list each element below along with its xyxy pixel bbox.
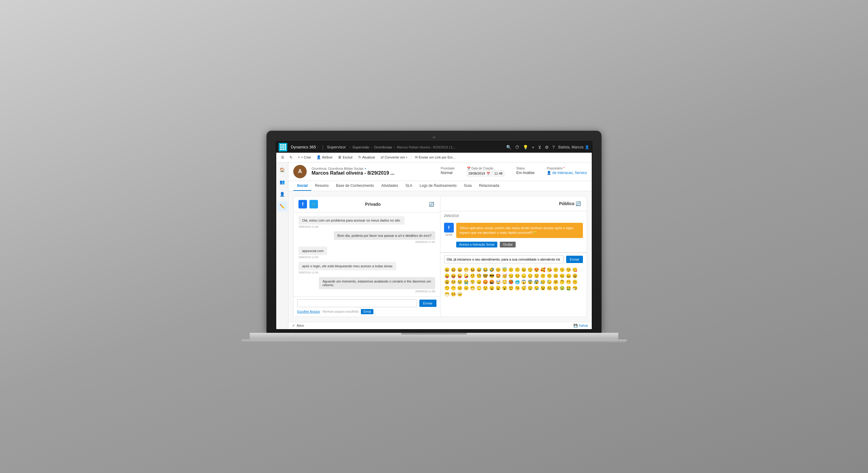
emoji-item[interactable]: 😤: [470, 279, 475, 285]
emoji-item[interactable]: 🤐: [547, 285, 552, 291]
emoji-item[interactable]: 😚: [565, 267, 571, 272]
filter-icon[interactable]: ⊻: [538, 145, 541, 150]
time-input[interactable]: 11:48: [493, 171, 504, 176]
emoji-item[interactable]: 😕: [540, 273, 546, 278]
create-button[interactable]: + + Criar: [296, 154, 313, 160]
emoji-item[interactable]: 🤔: [559, 279, 565, 285]
emoji-item[interactable]: 🤬: [489, 279, 495, 285]
clock-icon[interactable]: ⏱: [515, 145, 519, 150]
emoji-item[interactable]: 🙁: [547, 273, 552, 278]
emoji-item[interactable]: 😯: [483, 285, 488, 291]
emoji-item[interactable]: 😜: [457, 273, 463, 278]
refresh-button[interactable]: ↻ Atualizar: [356, 154, 378, 160]
emoji-item[interactable]: 🙃: [515, 267, 520, 272]
emoji-item[interactable]: 😊: [495, 267, 501, 272]
emoji-item[interactable]: 😛: [444, 273, 450, 278]
emoji-item[interactable]: 🤢: [559, 285, 565, 291]
tab-logs-rastreamento[interactable]: Logs de Rastreamento: [416, 181, 460, 191]
emoji-item[interactable]: 😎: [489, 273, 495, 278]
emoji-item[interactable]: 😟: [534, 273, 539, 278]
tab-atividades[interactable]: Atividades: [378, 181, 402, 191]
emoji-item[interactable]: 🥳: [502, 273, 507, 278]
tab-relacionada[interactable]: Relacionada: [475, 181, 503, 191]
emoji-item[interactable]: 😫: [572, 273, 578, 278]
emoji-item[interactable]: 🤣: [489, 267, 495, 272]
emoji-item[interactable]: 😆: [470, 267, 475, 272]
emoji-item[interactable]: 😰: [534, 279, 539, 285]
tab-social[interactable]: Social: [293, 181, 311, 191]
supervisor-label[interactable]: Supervisor: [325, 145, 348, 149]
emoji-item[interactable]: 🤭: [565, 279, 571, 285]
emoji-item[interactable]: ☹️: [553, 273, 559, 278]
emoji-item[interactable]: 🥰: [540, 267, 546, 272]
search-icon[interactable]: 🔍: [506, 145, 512, 150]
emoji-item[interactable]: 😂: [483, 267, 488, 272]
emoji-item[interactable]: 🙂: [508, 267, 514, 272]
settings-icon[interactable]: ⚙: [545, 145, 549, 150]
emoji-item[interactable]: 😮: [502, 285, 507, 291]
private-emoji-button[interactable]: Emoji: [361, 309, 373, 314]
emoji-item[interactable]: 😄: [457, 267, 463, 272]
choose-file-button[interactable]: Escolher Arquivo: [297, 310, 320, 313]
emoji-item[interactable]: 😥: [540, 279, 546, 285]
emoji-item[interactable]: 😏: [508, 273, 514, 278]
emoji-item[interactable]: 😩: [444, 279, 450, 285]
emoji-item[interactable]: 🤪: [463, 273, 469, 278]
emoji-item[interactable]: 😖: [565, 273, 571, 278]
public-refresh-icon[interactable]: 🔄: [575, 200, 582, 207]
breadcrumb-item2[interactable]: Ocorrências: [374, 145, 392, 149]
emoji-item[interactable]: 😙: [559, 267, 565, 272]
help-icon[interactable]: ?: [553, 145, 555, 150]
emoji-item[interactable]: 😬: [470, 285, 475, 291]
twitter-icon[interactable]: 🐦: [309, 200, 318, 208]
date-input[interactable]: 29/08/2019 📅: [467, 171, 492, 176]
owner-value[interactable]: 👤 de Interacao, Servico: [547, 171, 587, 175]
private-message-input[interactable]: [297, 299, 417, 307]
hamburger-menu-button[interactable]: ☰: [279, 154, 287, 160]
emoji-item[interactable]: 😧: [495, 285, 501, 291]
public-send-button[interactable]: Enviar: [566, 256, 583, 263]
emoji-item[interactable]: 🤧: [572, 285, 578, 291]
emoji-item[interactable]: 😡: [483, 279, 488, 285]
facebook-icon[interactable]: f: [299, 200, 307, 208]
public-facebook-icon[interactable]: f: [444, 223, 454, 233]
emoji-item[interactable]: 😍: [534, 267, 539, 272]
emoji-item[interactable]: 🤮: [565, 285, 571, 291]
emoji-item[interactable]: 🥺: [451, 279, 456, 285]
sidebar-edit-icon[interactable]: ✏️: [277, 202, 287, 211]
emoji-item[interactable]: 😵: [540, 285, 546, 291]
tab-sla[interactable]: SLA: [402, 181, 416, 191]
emoji-item[interactable]: 😞: [521, 273, 527, 278]
emoji-item[interactable]: 😷: [444, 291, 450, 297]
emoji-item[interactable]: 😀: [444, 267, 450, 272]
emoji-item[interactable]: 🥵: [508, 279, 514, 285]
refresh-quick-button[interactable]: ↻: [287, 154, 295, 160]
emoji-item[interactable]: 😳: [502, 279, 507, 285]
emoji-item[interactable]: 🤓: [483, 273, 488, 278]
private-refresh-icon[interactable]: 🔄: [428, 201, 435, 208]
emoji-item[interactable]: 😝: [451, 273, 456, 278]
emoji-item[interactable]: 🤨: [470, 273, 475, 278]
emoji-item[interactable]: 😣: [559, 273, 565, 278]
dynamics365-nav-button[interactable]: Dynamics 365 ▾: [288, 145, 321, 149]
emoji-item[interactable]: 😪: [534, 285, 539, 291]
emoji-item[interactable]: 😐: [457, 285, 463, 291]
sidebar-home-icon[interactable]: 🏠: [277, 165, 287, 175]
emoji-item[interactable]: 😌: [527, 267, 533, 272]
emoji-item[interactable]: 😑: [463, 285, 469, 291]
emoji-item[interactable]: 🤥: [444, 285, 450, 291]
emoji-item[interactable]: 🥴: [553, 285, 559, 291]
tab-resumo[interactable]: Resumo: [311, 181, 332, 191]
sidebar-person-icon[interactable]: 👤: [277, 189, 287, 199]
emoji-item[interactable]: 😨: [527, 279, 533, 285]
emoji-item[interactable]: 😋: [572, 267, 578, 272]
emoji-item[interactable]: 🤗: [553, 279, 559, 285]
convert-button[interactable]: ⇄ Converter em ▾: [378, 154, 410, 160]
emoji-item[interactable]: 😶: [451, 285, 456, 291]
user-profile[interactable]: Batista, Marcos 👤: [558, 145, 589, 149]
emoji-item[interactable]: 🤫: [572, 279, 578, 285]
emoji-item[interactable]: 😉: [521, 267, 527, 272]
send-link-button[interactable]: ✉ Enviar um Link por Em...: [412, 154, 458, 160]
waffle-menu-button[interactable]: [279, 143, 287, 151]
emoji-item[interactable]: 😘: [547, 267, 552, 272]
